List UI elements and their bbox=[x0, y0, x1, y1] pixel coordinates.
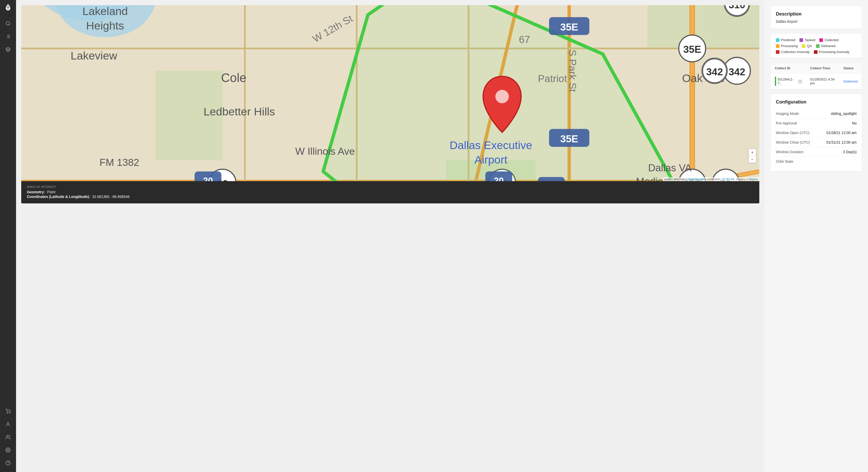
svg-text:67: 67 bbox=[519, 34, 530, 45]
config-row: Window Close (UTC) 01/31/21 12:00 am bbox=[776, 138, 857, 147]
status-link[interactable]: Delivered bbox=[843, 80, 858, 83]
legend-item: Delivered bbox=[816, 44, 835, 48]
svg-point-14 bbox=[7, 449, 9, 451]
map-background: 35E 35E 35E 20 20 20 67 342 bbox=[21, 5, 759, 181]
svg-text:W Illinois Ave: W Illinois Ave bbox=[295, 146, 355, 157]
list-nav-icon[interactable] bbox=[2, 31, 14, 42]
collect-status-header: Status bbox=[839, 63, 862, 73]
config-key: Orbit State bbox=[776, 159, 816, 163]
config-rows: Imaging Mode sliding_spotlight Pre-Appro… bbox=[776, 109, 857, 166]
svg-text:35E: 35E bbox=[560, 22, 578, 33]
collect-card: Collect ID Collect Time Status 82c284c1-… bbox=[771, 63, 862, 89]
svg-point-12 bbox=[7, 422, 9, 424]
legend-label: Collected bbox=[825, 38, 838, 42]
aoi-info: AREA OF INTEREST Geometry: Point Coordin… bbox=[21, 181, 759, 203]
collect-id-header: Collect ID bbox=[771, 63, 806, 73]
aoi-coords-value: 32.681365, -96.868546 bbox=[92, 195, 130, 199]
legend-item: QA bbox=[802, 44, 812, 48]
collect-time-cell: 01/29/2021 4:34 pm bbox=[806, 73, 839, 89]
logo bbox=[3, 3, 13, 13]
copy-icon[interactable]: 📋 bbox=[798, 80, 802, 83]
status-indicator bbox=[775, 76, 776, 86]
legend-item: Processing bbox=[776, 44, 798, 48]
collect-table: Collect ID Collect Time Status 82c284c1-… bbox=[771, 63, 862, 89]
help-nav-icon[interactable] bbox=[2, 457, 14, 469]
config-card: Configuration Imaging Mode sliding_spotl… bbox=[771, 94, 862, 171]
config-row: Window Duration 3 Day(s) bbox=[776, 147, 857, 157]
osm-link[interactable]: OpenStreetMap bbox=[688, 178, 707, 181]
legend-color bbox=[776, 38, 779, 42]
legend-color bbox=[816, 44, 819, 48]
config-key: Window Open (UTC) bbox=[776, 131, 816, 135]
config-key: Pre-Approval bbox=[776, 121, 816, 125]
svg-text:342: 342 bbox=[728, 66, 745, 77]
collect-status-cell: Delivered bbox=[839, 73, 862, 89]
svg-point-2 bbox=[6, 22, 9, 25]
legend-color bbox=[802, 44, 805, 48]
settings-nav-icon[interactable] bbox=[2, 444, 14, 456]
config-row: Window Open (UTC) 01/28/21 12:00 am bbox=[776, 128, 857, 138]
legend-label: Collection Anomaly bbox=[781, 50, 810, 54]
description-title: Description bbox=[776, 11, 857, 17]
legend-label: Predicted bbox=[781, 38, 795, 42]
svg-text:35E: 35E bbox=[683, 44, 701, 55]
description-card: Description Dallas Airport bbox=[771, 6, 862, 29]
ccbysa-link[interactable]: CC-BY-SA bbox=[722, 178, 734, 181]
svg-text:Dallas VA: Dallas VA bbox=[648, 162, 691, 174]
search-nav-icon[interactable] bbox=[2, 18, 14, 29]
legend-color bbox=[799, 38, 803, 42]
cart-nav-icon[interactable] bbox=[2, 406, 14, 417]
svg-text:Ledbetter Hills: Ledbetter Hills bbox=[204, 105, 275, 118]
collect-id-value: 82c284c1-7... bbox=[778, 77, 796, 85]
legend-grid: Predicted Tasked Collected Processing QA… bbox=[776, 38, 857, 54]
legend-item: Predicted bbox=[776, 38, 795, 42]
config-row: Pre-Approval No bbox=[776, 119, 857, 128]
svg-text:310: 310 bbox=[728, 5, 745, 10]
mapbox-link[interactable]: Mapbox bbox=[749, 178, 758, 181]
aoi-coords-label: Coordinates (Latitude & Longtitude): bbox=[27, 195, 90, 199]
zoom-out-button[interactable]: − bbox=[749, 156, 756, 163]
legend-label: QA bbox=[807, 44, 812, 48]
group-nav-icon[interactable] bbox=[2, 431, 14, 443]
config-row: Orbit State bbox=[776, 157, 857, 166]
legend-color bbox=[776, 44, 779, 48]
config-value: 01/31/21 12:00 am bbox=[816, 140, 857, 145]
description-text: Dallas Airport bbox=[776, 20, 857, 24]
svg-text:Heights: Heights bbox=[86, 20, 124, 32]
legend-label: Processing Anomaly bbox=[819, 50, 849, 54]
config-key: Imaging Mode bbox=[776, 112, 816, 116]
aoi-geometry: Geometry: Point bbox=[27, 190, 754, 194]
collect-time-header: Collect Time bbox=[806, 63, 839, 73]
right-panel: Description Dallas Airport Predicted Tas… bbox=[765, 0, 868, 472]
legend-label: Delivered bbox=[821, 44, 835, 48]
legend-item: Collection Anomaly bbox=[776, 50, 810, 54]
svg-marker-9 bbox=[6, 48, 10, 50]
svg-point-11 bbox=[9, 413, 10, 413]
config-row: Imaging Mode sliding_spotlight bbox=[776, 109, 857, 119]
collect-id-cell: 82c284c1-7... 📋 bbox=[771, 73, 806, 89]
svg-text:S Park St: S Park St bbox=[567, 50, 578, 92]
map-container[interactable]: 35E 35E 35E 20 20 20 67 342 bbox=[21, 5, 759, 181]
sidebar bbox=[0, 0, 16, 472]
svg-text:342: 342 bbox=[706, 66, 723, 77]
map-attribution: Leaflet | Map data © OpenStreetMap contr… bbox=[663, 177, 759, 181]
legend-label: Processing bbox=[781, 44, 798, 48]
user-nav-icon[interactable] bbox=[2, 418, 14, 430]
map-zoom-controls: + − bbox=[748, 149, 756, 163]
svg-text:35E: 35E bbox=[560, 133, 578, 145]
legend-card: Predicted Tasked Collected Processing QA… bbox=[771, 34, 862, 58]
legend-color bbox=[819, 38, 823, 42]
svg-text:Cole: Cole bbox=[221, 71, 246, 85]
aoi-title: AREA OF INTEREST bbox=[27, 185, 754, 188]
aoi-coordinates: Coordinates (Latitude & Longtitude): 32.… bbox=[27, 195, 754, 199]
legend-label: Tasked bbox=[805, 38, 815, 42]
legend-color bbox=[814, 50, 817, 54]
aoi-geometry-value: Point bbox=[47, 190, 55, 194]
config-key: Window Close (UTC) bbox=[776, 140, 816, 145]
svg-text:Airport: Airport bbox=[474, 153, 507, 166]
layers-nav-icon[interactable] bbox=[2, 44, 14, 55]
svg-text:Lakeland: Lakeland bbox=[82, 5, 128, 17]
svg-point-10 bbox=[7, 413, 8, 413]
svg-text:Patriot: Patriot bbox=[538, 73, 567, 84]
zoom-in-button[interactable]: + bbox=[749, 149, 756, 156]
